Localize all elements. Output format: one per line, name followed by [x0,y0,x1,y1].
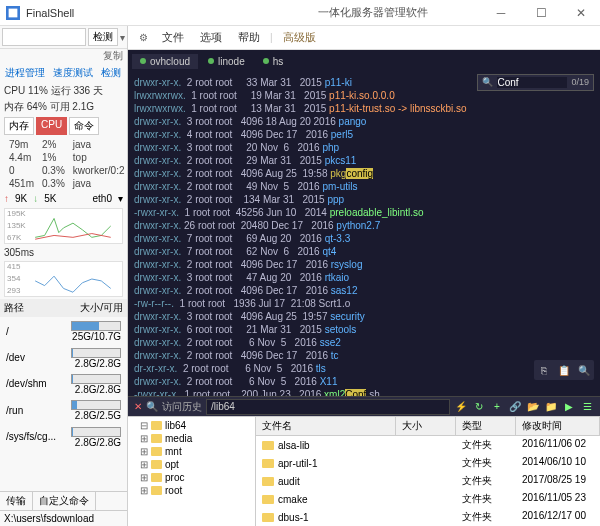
refresh-icon[interactable]: ↻ [472,401,486,412]
tree-item[interactable]: ⊞mnt [130,445,253,458]
open-icon[interactable]: 📂 [526,401,540,412]
x-icon[interactable]: ✕ [134,401,142,412]
copy-icon[interactable]: ⎘ [536,362,552,378]
tree-item[interactable]: ⊞root [130,484,253,497]
term-tab[interactable]: linode [200,54,253,69]
search-icon[interactable]: 🔍 [146,401,158,412]
menu-icon[interactable]: ☰ [580,401,594,412]
tag-mem[interactable]: 内存 [4,117,34,135]
history-input[interactable] [206,399,450,415]
disk-row[interactable]: /dev/shm 2.8G/2.8G [2,372,125,396]
file-row[interactable]: alsa-lib文件夹2016/11/06 02 [256,436,600,454]
tab-transfer[interactable]: 传输 [0,492,33,510]
close-button[interactable]: ✕ [568,3,594,23]
link-icon[interactable]: 🔗 [508,401,522,412]
col-type[interactable]: 类型 [456,417,516,435]
term-tab[interactable]: hs [255,54,292,69]
down-icon[interactable]: ▾ [118,193,123,204]
tree-item[interactable]: ⊞media [130,432,253,445]
term-tab[interactable]: ovhcloud [132,54,198,69]
find-input[interactable] [497,77,567,88]
term-bottom-bar: ✕ 🔍 访问历史 ⚡ ↻ + 🔗 📂 📁 ▶ ☰ [128,396,600,416]
folder-icon[interactable]: 📁 [544,401,558,412]
file-row[interactable]: apr-util-1文件夹2014/06/10 10 [256,454,600,472]
app-subtitle: 一体化服务器管理软件 [257,5,488,20]
file-row[interactable]: dbus-1文件夹2016/12/17 00 [256,508,600,526]
menubar: ⚙ 文件 选项 帮助 | 高级版 [128,26,600,50]
menu-file[interactable]: 文件 [156,28,190,47]
file-list: 文件名 大小 类型 修改时间 alsa-lib文件夹2016/11/06 02a… [256,417,600,526]
maximize-button[interactable]: ☐ [528,3,554,23]
disk-list: / 25G/10.7G/dev 2.8G/2.8G/dev/shm 2.8G/2… [0,317,127,451]
col-date[interactable]: 修改时间 [516,417,600,435]
host-input[interactable] [2,28,86,46]
gear-icon[interactable]: ⚙ [134,29,152,47]
download-path: X:\users\fsdownload [0,510,127,526]
left-tabs: 进程管理 速度测试 检测 [0,63,127,83]
app-icon [6,6,20,20]
mem-status: 内存 64% 可用 2.1G [0,99,127,115]
play-icon[interactable]: ▶ [562,401,576,412]
folder-tree: ⊟lib64⊞media⊞mnt⊞opt⊞proc⊞root [128,417,256,526]
tree-item[interactable]: ⊟lib64 [130,419,253,432]
file-row[interactable]: cmake文件夹2016/11/05 23 [256,490,600,508]
file-row[interactable]: audit文件夹2017/08/25 19 [256,472,600,490]
app-title: FinalShell [26,7,257,19]
disk-row[interactable]: / 25G/10.7G [2,319,125,343]
col-size[interactable]: 大小 [396,417,456,435]
detect-button[interactable]: 检测 [88,28,118,46]
copy-link[interactable]: 复制 [103,50,123,61]
minimize-button[interactable]: ─ [488,3,514,23]
paste-icon[interactable]: 📋 [556,362,572,378]
file-pane: ⊟lib64⊞media⊞mnt⊞opt⊞proc⊞root 文件名 大小 类型… [128,416,600,526]
titlebar: FinalShell 一体化服务器管理软件 ─ ☐ ✕ [0,0,600,26]
tab-custom[interactable]: 自定义命令 [33,492,96,510]
find-count: 0/19 [571,76,589,89]
term-toolbar: ⎘ 📋 🔍 [534,360,594,380]
search-icon[interactable]: 🔍 [576,362,592,378]
tree-item[interactable]: ⊞opt [130,458,253,471]
tree-item[interactable]: ⊞proc [130,471,253,484]
disk-row[interactable]: /run 2.8G/2.5G [2,398,125,422]
down-icon[interactable]: ▾ [120,32,125,43]
menu-help[interactable]: 帮助 [232,28,266,47]
left-panel: 检测 ▾ 复制 进程管理 速度测试 检测 CPU 11% 运行 336 天 内存… [0,26,128,526]
process-list: 79m2%java 4.4m1%top 00.3%kworker/0:2 451… [0,137,134,191]
tab-proc[interactable]: 进程管理 [2,65,48,81]
tag-cmd[interactable]: 命令 [69,117,99,135]
disk-row[interactable]: /sys/fs/cg... 2.8G/2.8G [2,424,125,448]
proc-row[interactable]: 451m0.3%java [6,178,128,189]
search-icon: 🔍 [482,76,493,89]
proc-row[interactable]: 00.3%kworker/0:2 [6,165,128,176]
terminal[interactable]: drwxr-xr-x. 2 root root 33 Mar 31 2015 p… [128,72,600,396]
disk-row[interactable]: /dev 2.8G/2.8G [2,345,125,369]
upload-icon: ↑ [4,193,9,204]
menu-options[interactable]: 选项 [194,28,228,47]
proc-row[interactable]: 79m2%java [6,139,128,150]
find-box: 🔍 0/19 [477,74,594,91]
download-icon: ↓ [33,193,38,204]
bolt-icon[interactable]: ⚡ [454,401,468,412]
tab-speed[interactable]: 速度测试 [50,65,96,81]
plus-icon[interactable]: + [490,401,504,412]
proc-row[interactable]: 4.4m1%top [6,152,128,163]
net-chart: 195K 135K 67K [4,208,123,244]
col-name[interactable]: 文件名 [256,417,396,435]
tab-detect[interactable]: 检测 [98,65,124,81]
lat-chart: 415 354 293 [4,261,123,297]
terminal-tabs: ovhcloud linode hs [128,50,600,72]
latency: 305ms [0,246,127,259]
cpu-status: CPU 11% 运行 336 天 [0,83,127,99]
tag-cpu[interactable]: CPU [36,117,67,135]
menu-premium[interactable]: 高级版 [277,28,322,47]
history-label: 访问历史 [162,400,202,414]
svg-rect-1 [9,8,18,17]
